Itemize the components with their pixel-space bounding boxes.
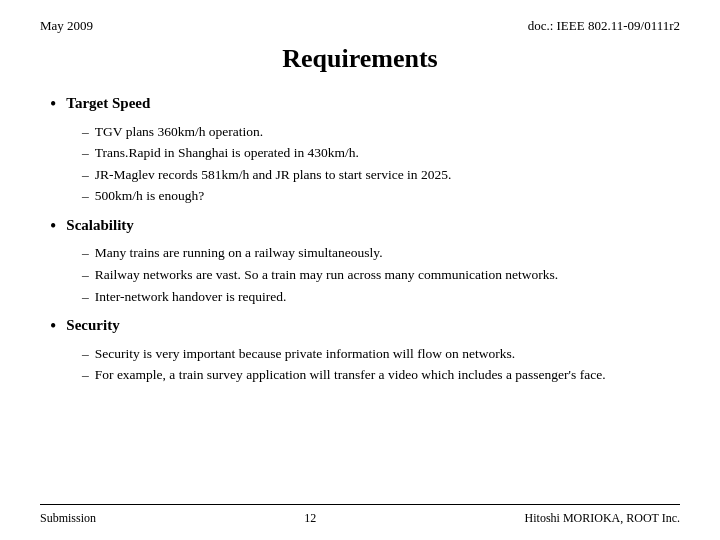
sub-items-1: –Many trains are running on a railway si…: [82, 243, 680, 306]
sub-text-0-1: Trans.Rapid in Shanghai is operated in 4…: [95, 143, 359, 163]
sub-item-2-0: –Security is very important because priv…: [82, 344, 680, 364]
sub-dash-0-2: –: [82, 165, 89, 185]
bullet-heading-1: Scalability: [66, 216, 134, 236]
sub-dash-2-0: –: [82, 344, 89, 364]
content: •Target Speed–TGV plans 360km/h operatio…: [40, 94, 680, 504]
bullet-item-0: •Target Speed: [50, 94, 680, 116]
page: May 2009 doc.: IEEE 802.11-09/0111r2 Req…: [0, 0, 720, 540]
header: May 2009 doc.: IEEE 802.11-09/0111r2: [40, 18, 680, 34]
footer-submission: Submission: [40, 511, 96, 526]
footer-page-number: 12: [304, 511, 316, 526]
bullet-item-2: •Security: [50, 316, 680, 338]
bullet-dot-0: •: [50, 94, 56, 116]
footer: Submission 12 Hitoshi MORIOKA, ROOT Inc.: [40, 504, 680, 526]
sub-text-2-0: Security is very important because priva…: [95, 344, 515, 364]
bullet-heading-0: Target Speed: [66, 94, 150, 114]
sub-dash-1-2: –: [82, 287, 89, 307]
sub-text-0-0: TGV plans 360km/h operation.: [95, 122, 263, 142]
sub-item-1-1: –Railway networks are vast. So a train m…: [82, 265, 680, 285]
sub-text-1-0: Many trains are running on a railway sim…: [95, 243, 383, 263]
sub-dash-0-0: –: [82, 122, 89, 142]
sub-item-0-0: –TGV plans 360km/h operation.: [82, 122, 680, 142]
sub-dash-2-1: –: [82, 365, 89, 385]
bullet-dot-2: •: [50, 316, 56, 338]
bullet-item-1: •Scalability: [50, 216, 680, 238]
sub-item-1-0: –Many trains are running on a railway si…: [82, 243, 680, 263]
sub-items-0: –TGV plans 360km/h operation.–Trans.Rapi…: [82, 122, 680, 206]
bullet-section-0: •Target Speed–TGV plans 360km/h operatio…: [50, 94, 680, 206]
sub-items-2: –Security is very important because priv…: [82, 344, 680, 385]
sub-dash-1-1: –: [82, 265, 89, 285]
sub-item-0-3: –500km/h is enough?: [82, 186, 680, 206]
sub-dash-0-3: –: [82, 186, 89, 206]
sub-dash-0-1: –: [82, 143, 89, 163]
sub-text-2-1: For example, a train survey application …: [95, 365, 606, 385]
sub-text-1-1: Railway networks are vast. So a train ma…: [95, 265, 558, 285]
page-title: Requirements: [282, 44, 438, 73]
header-doc: doc.: IEEE 802.11-09/0111r2: [528, 18, 680, 34]
bullet-dot-1: •: [50, 216, 56, 238]
header-date: May 2009: [40, 18, 93, 34]
sub-text-1-2: Inter-network handover is required.: [95, 287, 287, 307]
sub-item-2-1: –For example, a train survey application…: [82, 365, 680, 385]
sub-item-0-1: –Trans.Rapid in Shanghai is operated in …: [82, 143, 680, 163]
sub-dash-1-0: –: [82, 243, 89, 263]
sub-item-1-2: –Inter-network handover is required.: [82, 287, 680, 307]
footer-author: Hitoshi MORIOKA, ROOT Inc.: [525, 511, 680, 526]
sub-text-0-3: 500km/h is enough?: [95, 186, 205, 206]
sub-text-0-2: JR-Maglev records 581km/h and JR plans t…: [95, 165, 452, 185]
title-section: Requirements: [40, 44, 680, 74]
bullet-section-1: •Scalability–Many trains are running on …: [50, 216, 680, 306]
bullet-section-2: •Security–Security is very important bec…: [50, 316, 680, 385]
bullet-heading-2: Security: [66, 316, 119, 336]
sub-item-0-2: –JR-Maglev records 581km/h and JR plans …: [82, 165, 680, 185]
